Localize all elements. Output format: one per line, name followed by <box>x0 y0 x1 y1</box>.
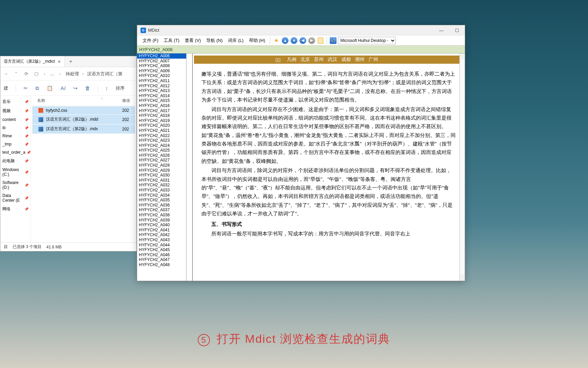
entry-item[interactable]: HYFYCH2_A031 <box>137 178 186 183</box>
breadcrumb-ellipsis[interactable]: … <box>50 71 54 76</box>
entry-item[interactable]: HYFYCH2_A038 <box>137 213 186 218</box>
sidebar-item[interactable]: Windows (C:)📌 <box>0 166 31 179</box>
scrollbar[interactable] <box>459 53 465 281</box>
entry-item[interactable]: HYFYCH2_A020 <box>137 123 186 128</box>
sidebar-item[interactable]: test_order_a📌 <box>0 148 31 156</box>
explorer-tab[interactable]: 语方言词汇（第2版）_mdict ✕ <box>0 56 65 67</box>
entry-item[interactable]: HYFYCH2_A016 <box>137 103 186 108</box>
delete-icon[interactable]: 🗑 <box>85 85 90 91</box>
entry-item[interactable]: HYFYCH2_A033 <box>137 188 186 193</box>
menu-item[interactable]: 文件 (F) <box>140 38 161 43</box>
entry-item[interactable]: HYFYCH2_A021 <box>137 128 186 133</box>
menu-item[interactable]: 查看 (V) <box>182 38 203 43</box>
copy-icon[interactable]: ⧉ <box>35 85 39 91</box>
entry-item[interactable]: HYFYCH2_A008 <box>137 63 186 68</box>
nav-forward-button[interactable]: ▶ <box>308 36 316 45</box>
entry-item[interactable]: HYFYCH2_A045 <box>137 247 186 252</box>
nav-down-button[interactable]: ▼ <box>290 36 298 45</box>
minimize-button[interactable]: — <box>434 25 449 35</box>
dict-nav-link[interactable]: 成都 <box>341 57 351 62</box>
menu-item[interactable]: 词库 (L) <box>225 38 246 43</box>
entry-item[interactable]: HYFYCH2_A037 <box>137 208 186 213</box>
entry-item[interactable]: HYFYCH2_A006 <box>137 53 186 59</box>
new-tab-button[interactable]: ＋ <box>65 58 77 65</box>
sidebar-item[interactable]: Rime📌 <box>0 132 31 140</box>
favorite-button[interactable]: ★ <box>272 36 280 45</box>
breadcrumb-item[interactable]: 汉语方言词汇（第 <box>87 71 122 77</box>
nav-forward-icon[interactable]: → <box>3 71 9 76</box>
entry-item[interactable]: HYFYCH2_A029 <box>137 168 186 173</box>
sidebar-item[interactable]: 视频📌 <box>0 106 31 116</box>
entry-item[interactable]: HYFYCH2_A046 <box>137 252 186 258</box>
sidebar-item[interactable]: 网络📌 <box>0 204 31 214</box>
dict-nav-link[interactable]: 广州 <box>369 57 378 62</box>
file-row[interactable]: hyfych2.css202 <box>32 106 135 114</box>
menu-item[interactable]: 帮助 (H) <box>246 38 268 43</box>
entry-item[interactable]: HYFYCH2_A014 <box>137 93 186 98</box>
entry-item[interactable]: HYFYCH2_A017 <box>137 108 186 113</box>
entry-item[interactable]: HYFYCH2_A032 <box>137 183 186 188</box>
nav-monitor-icon[interactable]: ▢ <box>34 71 39 76</box>
tts-voice-select[interactable]: Microsoft Huihui Desktop - C <box>338 37 396 44</box>
dict-nav-link[interactable]: 苏州 <box>314 57 324 62</box>
menu-item[interactable]: 导航 (N) <box>203 38 225 43</box>
entry-item[interactable]: HYFYCH2_A044 <box>137 243 186 248</box>
nav-refresh-icon[interactable]: ⟳ <box>23 71 29 76</box>
entry-item[interactable]: HYFYCH2_A023 <box>137 138 186 143</box>
col-name[interactable]: 名称 <box>37 98 101 104</box>
entry-item[interactable]: HYFYCH2_A015 <box>137 98 186 103</box>
search-field[interactable]: HYFYCH2_A006 <box>137 46 465 53</box>
entry-item[interactable]: HYFYCH2_A041 <box>137 228 186 233</box>
entry-item[interactable]: HYFYCH2_A036 <box>137 203 186 208</box>
nav-up-button[interactable]: ▲ <box>281 36 289 45</box>
entry-item[interactable]: HYFYCH2_A026 <box>137 153 186 158</box>
entry-item[interactable]: HYFYCH2_A010 <box>137 73 186 78</box>
maximize-button[interactable]: ☐ <box>449 25 465 35</box>
entry-item[interactable]: HYFYCH2_A027 <box>137 158 186 163</box>
breadcrumb-item[interactable]: 待处理 <box>66 71 79 77</box>
cut-icon[interactable]: ✂ <box>23 85 28 91</box>
speaker-button[interactable]: 🔊 <box>329 36 337 45</box>
sidebar-item[interactable]: ib📌 <box>0 124 31 132</box>
entry-item[interactable]: HYFYCH2_A011 <box>137 78 186 83</box>
entry-item[interactable]: HYFYCH2_A018 <box>137 113 186 118</box>
sort-icon[interactable]: ↕ <box>105 85 108 91</box>
sidebar-item[interactable]: Software (D:)📌 <box>0 179 31 191</box>
sidebar-item[interactable]: 此电脑📌 <box>0 156 31 166</box>
col-date[interactable]: 修改 <box>117 98 130 104</box>
entry-item[interactable]: HYFYCH2_A048 <box>137 262 186 267</box>
entry-item[interactable]: HYFYCH2_A007 <box>137 59 186 64</box>
file-row[interactable]: 汉语方言词汇（第2版）.mdx202 <box>32 124 135 134</box>
sidebar-item[interactable]: 音乐📌 <box>0 97 31 106</box>
nav-back-button[interactable]: ◀ <box>299 36 307 45</box>
entry-item[interactable]: HYFYCH2_A039 <box>137 218 186 223</box>
entry-item[interactable]: HYFYCH2_A030 <box>137 173 186 178</box>
sidebar-item[interactable]: content📌 <box>0 116 31 124</box>
sort-label[interactable]: 排序 <box>116 85 125 91</box>
entry-item[interactable]: HYFYCH2_A025 <box>137 148 186 153</box>
entry-item[interactable]: HYFYCH2_A043 <box>137 237 186 243</box>
clipboard-button[interactable] <box>316 36 325 45</box>
entry-item[interactable]: HYFYCH2_A040 <box>137 223 186 228</box>
new-button[interactable]: 建 <box>4 85 8 91</box>
entry-item[interactable]: HYFYCH2_A028 <box>137 163 186 168</box>
rename-icon[interactable]: Aⅈ <box>61 85 66 91</box>
entry-item[interactable]: HYFYCH2_A047 <box>137 257 186 262</box>
entry-item[interactable]: HYFYCH2_A012 <box>137 83 186 89</box>
nav-up-icon[interactable]: ˄ <box>13 71 19 76</box>
entry-item[interactable]: HYFYCH2_A034 <box>137 193 186 198</box>
file-row[interactable]: 汉语方言词汇（第2版）.mdd202 <box>32 115 135 124</box>
entry-item[interactable]: HYFYCH2_A042 <box>137 232 186 237</box>
menu-item[interactable]: 工具 (T) <box>161 38 182 43</box>
sidebar-item[interactable]: Data Center (E📌 <box>0 191 31 204</box>
close-tab-icon[interactable]: ✕ <box>58 59 61 64</box>
entry-item[interactable]: HYFYCH2_A013 <box>137 88 186 93</box>
entry-item[interactable]: HYFYCH2_A019 <box>137 118 186 123</box>
dict-nav-link[interactable]: 武汉 <box>328 57 337 62</box>
paste-icon[interactable]: 📋 <box>47 85 53 91</box>
entry-item[interactable]: HYFYCH2_A022 <box>137 133 186 138</box>
sidebar-item[interactable]: _tmp📌 <box>0 140 31 148</box>
entry-item[interactable]: HYFYCH2_A024 <box>137 143 186 148</box>
entry-item[interactable]: HYFYCH2_A009 <box>137 68 186 74</box>
dict-nav-link[interactable]: 北京 <box>300 57 310 62</box>
